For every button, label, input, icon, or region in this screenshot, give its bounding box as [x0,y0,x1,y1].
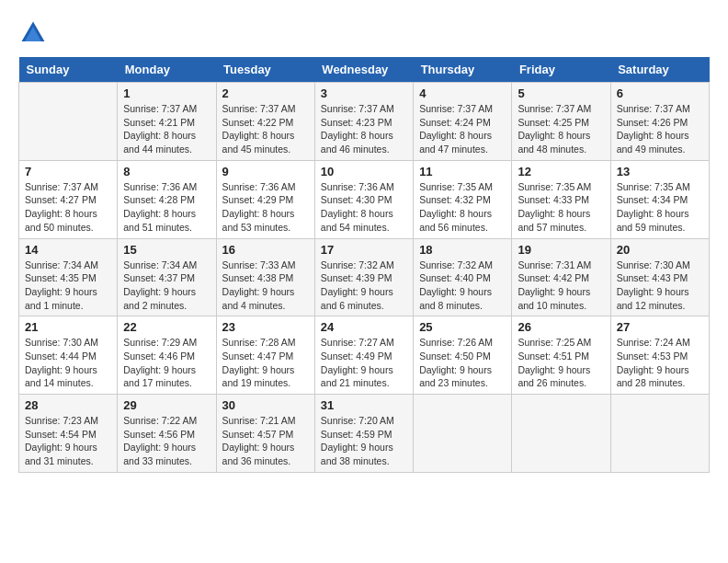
week-row-4: 21 Sunrise: 7:30 AMSunset: 4:44 PMDaylig… [19,316,710,395]
calendar-cell: 19 Sunrise: 7:31 AMSunset: 4:42 PMDaylig… [512,238,610,316]
day-number: 24 [321,320,407,334]
calendar-cell: 8 Sunrise: 7:36 AMSunset: 4:28 PMDayligh… [118,160,216,238]
calendar-cell: 17 Sunrise: 7:32 AMSunset: 4:39 PMDaylig… [314,238,413,316]
calendar-cell: 26 Sunrise: 7:25 AMSunset: 4:51 PMDaylig… [512,316,610,395]
day-info: Sunrise: 7:33 AMSunset: 4:38 PMDaylight:… [222,259,309,313]
day-info: Sunrise: 7:31 AMSunset: 4:42 PMDaylight:… [518,259,604,313]
day-number: 14 [25,243,111,257]
calendar-cell: 14 Sunrise: 7:34 AMSunset: 4:35 PMDaylig… [19,238,118,316]
day-number: 13 [617,165,703,178]
calendar-cell: 13 Sunrise: 7:35 AMSunset: 4:34 PMDaylig… [610,160,709,238]
week-row-1: 1 Sunrise: 7:37 AMSunset: 4:21 PMDayligh… [19,83,710,161]
day-info: Sunrise: 7:37 AMSunset: 4:25 PMDaylight:… [518,102,604,156]
calendar-cell: 11 Sunrise: 7:35 AMSunset: 4:32 PMDaylig… [414,160,512,238]
calendar-cell: 30 Sunrise: 7:21 AMSunset: 4:57 PMDaylig… [216,395,314,473]
calendar-cell: 31 Sunrise: 7:20 AMSunset: 4:59 PMDaylig… [314,395,413,473]
day-number: 12 [518,165,604,178]
calendar-cell [610,395,709,473]
calendar-cell: 15 Sunrise: 7:34 AMSunset: 4:37 PMDaylig… [118,238,216,316]
day-number: 23 [222,320,309,334]
day-header-sunday: Sunday [19,57,118,83]
header-row: SundayMondayTuesdayWednesdayThursdayFrid… [19,57,710,83]
day-header-friday: Friday [512,57,610,83]
week-row-5: 28 Sunrise: 7:23 AMSunset: 4:54 PMDaylig… [19,395,710,473]
day-number: 1 [123,86,210,100]
day-info: Sunrise: 7:32 AMSunset: 4:40 PMDaylight:… [419,259,506,313]
day-number: 21 [25,320,111,334]
day-info: Sunrise: 7:37 AMSunset: 4:24 PMDaylight:… [419,102,506,156]
calendar-cell: 27 Sunrise: 7:24 AMSunset: 4:53 PMDaylig… [610,316,709,395]
day-number: 8 [123,165,210,178]
day-number: 29 [123,398,210,412]
day-info: Sunrise: 7:36 AMSunset: 4:30 PMDaylight:… [321,180,407,235]
calendar-cell [19,83,118,161]
day-number: 7 [25,165,111,178]
calendar-cell: 16 Sunrise: 7:33 AMSunset: 4:38 PMDaylig… [216,238,314,316]
day-info: Sunrise: 7:37 AMSunset: 4:26 PMDaylight:… [617,102,703,156]
day-number: 31 [321,398,407,412]
day-number: 18 [419,243,506,257]
calendar-cell: 10 Sunrise: 7:36 AMSunset: 4:30 PMDaylig… [314,160,413,238]
day-number: 27 [617,320,703,334]
day-header-wednesday: Wednesday [314,57,413,83]
calendar-cell: 12 Sunrise: 7:35 AMSunset: 4:33 PMDaylig… [512,160,610,238]
week-row-3: 14 Sunrise: 7:34 AMSunset: 4:35 PMDaylig… [19,238,710,316]
day-info: Sunrise: 7:34 AMSunset: 4:35 PMDaylight:… [25,259,111,313]
day-info: Sunrise: 7:37 AMSunset: 4:22 PMDaylight:… [222,102,309,156]
day-header-monday: Monday [118,57,216,83]
day-info: Sunrise: 7:32 AMSunset: 4:39 PMDaylight:… [321,259,407,313]
day-header-tuesday: Tuesday [216,57,314,83]
logo-icon [18,18,48,48]
day-number: 25 [419,320,506,334]
calendar-cell: 20 Sunrise: 7:30 AMSunset: 4:43 PMDaylig… [610,238,709,316]
day-info: Sunrise: 7:34 AMSunset: 4:37 PMDaylight:… [123,259,210,313]
day-info: Sunrise: 7:36 AMSunset: 4:28 PMDaylight:… [123,180,210,235]
calendar-cell: 25 Sunrise: 7:26 AMSunset: 4:50 PMDaylig… [414,316,512,395]
day-info: Sunrise: 7:20 AMSunset: 4:59 PMDaylight:… [321,414,407,468]
day-number: 4 [419,86,506,100]
day-info: Sunrise: 7:24 AMSunset: 4:53 PMDaylight:… [617,336,703,390]
day-number: 19 [518,243,604,257]
day-number: 28 [25,398,111,412]
day-info: Sunrise: 7:37 AMSunset: 4:21 PMDaylight:… [123,102,210,156]
day-info: Sunrise: 7:23 AMSunset: 4:54 PMDaylight:… [25,414,111,468]
day-info: Sunrise: 7:26 AMSunset: 4:50 PMDaylight:… [419,336,506,390]
calendar-cell: 18 Sunrise: 7:32 AMSunset: 4:40 PMDaylig… [414,238,512,316]
day-header-saturday: Saturday [610,57,709,83]
week-row-2: 7 Sunrise: 7:37 AMSunset: 4:27 PMDayligh… [19,160,710,238]
day-info: Sunrise: 7:30 AMSunset: 4:43 PMDaylight:… [617,259,703,313]
day-number: 20 [617,243,703,257]
calendar-cell: 29 Sunrise: 7:22 AMSunset: 4:56 PMDaylig… [118,395,216,473]
day-info: Sunrise: 7:36 AMSunset: 4:29 PMDaylight:… [222,180,309,235]
day-number: 3 [321,86,407,100]
day-info: Sunrise: 7:25 AMSunset: 4:51 PMDaylight:… [518,336,604,390]
page-header [18,18,710,48]
day-info: Sunrise: 7:21 AMSunset: 4:57 PMDaylight:… [222,414,309,468]
day-number: 10 [321,165,407,178]
day-number: 9 [222,165,309,178]
calendar-cell: 7 Sunrise: 7:37 AMSunset: 4:27 PMDayligh… [19,160,118,238]
calendar-cell: 9 Sunrise: 7:36 AMSunset: 4:29 PMDayligh… [216,160,314,238]
calendar-cell: 21 Sunrise: 7:30 AMSunset: 4:44 PMDaylig… [19,316,118,395]
calendar-cell: 6 Sunrise: 7:37 AMSunset: 4:26 PMDayligh… [610,83,709,161]
day-info: Sunrise: 7:35 AMSunset: 4:33 PMDaylight:… [518,180,604,235]
day-info: Sunrise: 7:35 AMSunset: 4:32 PMDaylight:… [419,180,506,235]
day-number: 5 [518,86,604,100]
calendar-cell: 3 Sunrise: 7:37 AMSunset: 4:23 PMDayligh… [314,83,413,161]
day-number: 6 [617,86,703,100]
day-number: 16 [222,243,309,257]
day-info: Sunrise: 7:28 AMSunset: 4:47 PMDaylight:… [222,336,309,390]
day-number: 15 [123,243,210,257]
calendar-cell: 23 Sunrise: 7:28 AMSunset: 4:47 PMDaylig… [216,316,314,395]
calendar-cell: 1 Sunrise: 7:37 AMSunset: 4:21 PMDayligh… [118,83,216,161]
day-header-thursday: Thursday [414,57,512,83]
calendar-cell: 4 Sunrise: 7:37 AMSunset: 4:24 PMDayligh… [414,83,512,161]
calendar-table: SundayMondayTuesdayWednesdayThursdayFrid… [18,57,710,473]
day-number: 17 [321,243,407,257]
logo [18,18,51,48]
day-number: 26 [518,320,604,334]
day-info: Sunrise: 7:29 AMSunset: 4:46 PMDaylight:… [123,336,210,390]
calendar-cell: 24 Sunrise: 7:27 AMSunset: 4:49 PMDaylig… [314,316,413,395]
day-info: Sunrise: 7:37 AMSunset: 4:27 PMDaylight:… [25,180,111,235]
day-info: Sunrise: 7:22 AMSunset: 4:56 PMDaylight:… [123,414,210,468]
